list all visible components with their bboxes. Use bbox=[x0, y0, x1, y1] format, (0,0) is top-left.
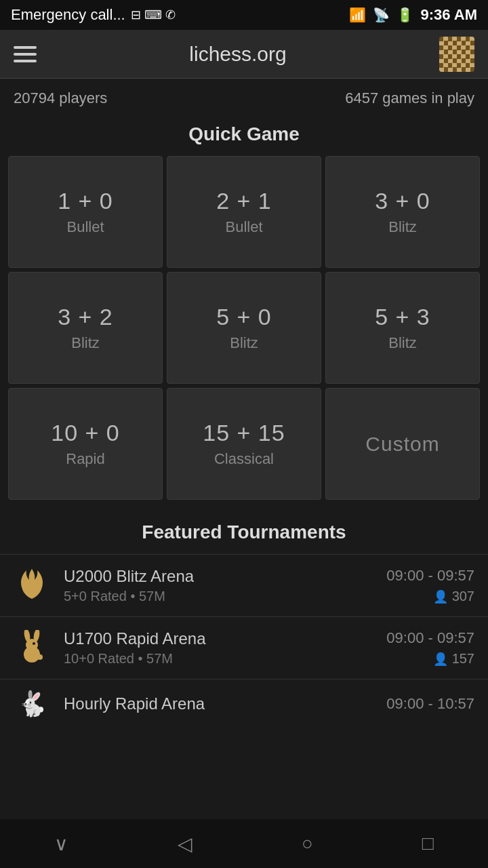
tournament-name-hourly: Hourly Rapid Arena bbox=[64, 694, 373, 713]
tournament-icon-rabbit2: 🐇 bbox=[14, 686, 50, 722]
svg-point-5 bbox=[33, 642, 35, 645]
tournament-players-u1700: 👤 157 bbox=[433, 651, 474, 667]
game-tile-3plus0[interactable]: 3 + 0 Blitz bbox=[325, 156, 480, 268]
svg-point-6 bbox=[37, 654, 43, 660]
status-bar-right: 📶 📡 🔋 9:36 AM bbox=[349, 6, 477, 24]
navbar: lichess.org bbox=[0, 30, 488, 79]
time-control-15plus15: 15 + 15 bbox=[203, 420, 285, 446]
hamburger-button[interactable] bbox=[14, 46, 37, 62]
tournament-players-u2000: 👤 307 bbox=[433, 589, 474, 604]
tournament-name-u1700: U1700 Rapid Arena bbox=[64, 629, 373, 648]
tournament-item-u1700[interactable]: U1700 Rapid Arena 10+0 Rated • 57M 09:00… bbox=[0, 616, 488, 679]
tournaments-title: Featured Tournaments bbox=[0, 516, 488, 554]
status-time: 9:36 AM bbox=[420, 6, 477, 24]
game-tile-3plus2[interactable]: 3 + 2 Blitz bbox=[8, 272, 163, 384]
tournament-details-u1700: 10+0 Rated • 57M bbox=[64, 651, 373, 667]
wifi-icon: 📡 bbox=[373, 7, 390, 23]
tournament-meta-u1700: 09:00 - 09:57 👤 157 bbox=[386, 629, 474, 667]
bottom-nav: ∨ ◁ ○ □ bbox=[0, 819, 488, 868]
emergency-call-text: Emergency call... bbox=[11, 6, 125, 24]
battery-icon: 🔋 bbox=[396, 7, 413, 23]
status-bar: Emergency call... ⊟ ⌨ ✆ 📶 📡 🔋 9:36 AM bbox=[0, 0, 488, 30]
tournament-meta-hourly: 09:00 - 10:57 bbox=[386, 695, 474, 713]
games-count: 6457 games in play bbox=[345, 90, 474, 107]
game-type-15plus15: Classical bbox=[214, 450, 274, 468]
time-control-3plus2: 3 + 2 bbox=[58, 304, 113, 330]
game-type-10plus0: Rapid bbox=[66, 450, 104, 468]
time-control-1plus0: 1 + 0 bbox=[58, 188, 113, 214]
chess-logo bbox=[439, 37, 474, 72]
tournament-name-u2000: U2000 Blitz Arena bbox=[64, 567, 373, 586]
time-control-custom: Custom bbox=[365, 433, 439, 456]
game-tile-5plus0[interactable]: 5 + 0 Blitz bbox=[167, 272, 321, 384]
game-tile-custom[interactable]: Custom bbox=[325, 388, 480, 500]
time-control-3plus0: 3 + 0 bbox=[375, 188, 430, 214]
tournament-time-u1700: 09:00 - 09:57 bbox=[386, 629, 474, 647]
game-type-2plus1: Bullet bbox=[225, 218, 262, 236]
game-tile-5plus3[interactable]: 5 + 3 Blitz bbox=[325, 272, 480, 384]
nav-down-button[interactable]: ∨ bbox=[41, 826, 82, 862]
players-count: 20794 players bbox=[14, 90, 107, 107]
svg-point-0 bbox=[26, 589, 37, 597]
game-tile-15plus15[interactable]: 15 + 15 Classical bbox=[167, 388, 321, 500]
quick-game-title: Quick Game bbox=[0, 118, 488, 156]
game-tile-10plus0[interactable]: 10 + 0 Rapid bbox=[8, 388, 163, 500]
device-icons: ⊟ ⌨ ✆ bbox=[131, 7, 176, 22]
tournament-info-hourly: Hourly Rapid Arena bbox=[64, 694, 373, 713]
game-tile-2plus1[interactable]: 2 + 1 Bullet bbox=[167, 156, 321, 268]
tournament-time-hourly: 09:00 - 10:57 bbox=[386, 695, 474, 713]
time-control-10plus0: 10 + 0 bbox=[51, 420, 119, 446]
time-control-5plus0: 5 + 0 bbox=[216, 304, 272, 330]
tournament-item-hourly[interactable]: 🐇 Hourly Rapid Arena 09:00 - 10:57 bbox=[0, 679, 488, 728]
stats-row: 20794 players 6457 games in play bbox=[0, 79, 488, 118]
players-icon: 👤 bbox=[433, 589, 448, 604]
tournament-info-u1700: U1700 Rapid Arena 10+0 Rated • 57M bbox=[64, 629, 373, 667]
time-control-2plus1: 2 + 1 bbox=[216, 188, 272, 214]
game-type-3plus0: Blitz bbox=[388, 218, 417, 236]
tournament-info-u2000: U2000 Blitz Arena 5+0 Rated • 57M bbox=[64, 567, 373, 604]
status-bar-left: Emergency call... ⊟ ⌨ ✆ bbox=[11, 6, 176, 24]
tournament-meta-u2000: 09:00 - 09:57 👤 307 bbox=[386, 567, 474, 604]
game-type-5plus0: Blitz bbox=[230, 334, 258, 352]
tournament-time-u2000: 09:00 - 09:57 bbox=[386, 567, 474, 585]
players-icon-2: 👤 bbox=[433, 652, 448, 667]
nav-recent-button[interactable]: □ bbox=[409, 826, 447, 861]
game-tile-1plus0[interactable]: 1 + 0 Bullet bbox=[8, 156, 163, 268]
signal-icon: 📶 bbox=[349, 7, 366, 23]
quick-game-grid: 1 + 0 Bullet 2 + 1 Bullet 3 + 0 Blitz 3 … bbox=[0, 156, 488, 508]
tournament-item-u2000[interactable]: U2000 Blitz Arena 5+0 Rated • 57M 09:00 … bbox=[0, 554, 488, 616]
tournament-icon-flame bbox=[14, 568, 50, 604]
time-control-5plus3: 5 + 3 bbox=[375, 304, 430, 330]
tournament-details-u2000: 5+0 Rated • 57M bbox=[64, 589, 373, 604]
game-type-3plus2: Blitz bbox=[71, 334, 100, 352]
tournaments-section: Featured Tournaments U2000 Blitz Arena 5… bbox=[0, 508, 488, 728]
nav-back-button[interactable]: ◁ bbox=[164, 826, 206, 862]
game-type-5plus3: Blitz bbox=[388, 334, 417, 352]
tournament-icon-rabbit bbox=[14, 630, 50, 667]
game-type-1plus0: Bullet bbox=[66, 218, 104, 236]
nav-home-button[interactable]: ○ bbox=[288, 826, 327, 861]
app-title: lichess.org bbox=[189, 43, 286, 66]
